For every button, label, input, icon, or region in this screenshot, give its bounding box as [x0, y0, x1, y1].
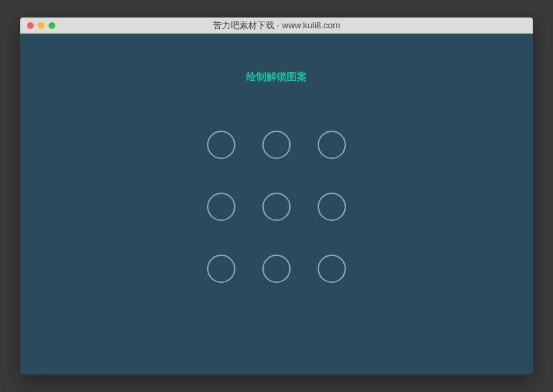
maximize-icon[interactable]	[49, 22, 55, 29]
pattern-dot-1[interactable]	[207, 131, 235, 159]
content-area: 绘制解锁图案	[20, 34, 533, 374]
pattern-dot-7[interactable]	[207, 255, 235, 283]
pattern-dot-4[interactable]	[207, 193, 235, 221]
pattern-lock-grid[interactable]	[207, 131, 346, 283]
pattern-dot-8[interactable]	[262, 255, 291, 283]
pattern-dot-5[interactable]	[262, 193, 291, 221]
close-icon[interactable]	[27, 22, 34, 29]
pattern-dot-9[interactable]	[318, 255, 346, 283]
window-title: 苦力吧素材下载 - www.kuli8.com	[20, 20, 533, 32]
unlock-prompt: 绘制解锁图案	[246, 71, 307, 84]
pattern-dot-2[interactable]	[262, 131, 291, 159]
minimize-icon[interactable]	[38, 22, 45, 29]
titlebar: 苦力吧素材下载 - www.kuli8.com	[20, 18, 533, 34]
traffic-lights	[20, 22, 55, 29]
pattern-dot-3[interactable]	[318, 131, 346, 159]
pattern-dot-6[interactable]	[318, 193, 346, 221]
app-window: 苦力吧素材下载 - www.kuli8.com 绘制解锁图案	[20, 18, 533, 374]
